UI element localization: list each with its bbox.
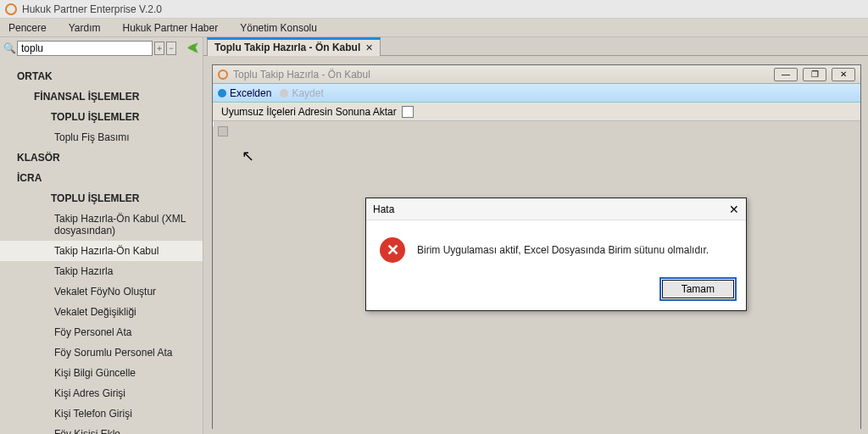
minimize-button[interactable]: — bbox=[774, 68, 798, 81]
dialog-ok-button[interactable]: Tamam bbox=[662, 280, 734, 298]
nav-tree: ORTAK FİNANSAL İŞLEMLER TOPLU İŞLEMLER T… bbox=[0, 59, 203, 434]
nav-toplu-fis[interactable]: Toplu Fiş Basımı bbox=[0, 127, 203, 147]
nav-ortak[interactable]: ORTAK bbox=[0, 66, 203, 86]
nav-klasor[interactable]: KLASÖR bbox=[0, 147, 203, 168]
options-row: Uyumsuz İlçeleri Adresin Sonuna Aktar bbox=[213, 103, 860, 121]
error-dialog: Hata ✕ ✕ Birim Uygulaması aktif, Excel D… bbox=[365, 198, 747, 311]
nav-kisi-tel[interactable]: Kişi Telefon Girişi bbox=[0, 403, 203, 424]
dialog-footer: Tamam bbox=[366, 271, 746, 310]
menu-haber[interactable]: Hukuk Partner Haber bbox=[123, 22, 219, 34]
tabbar: Toplu Takip Hazırla - Ön Kabul ✕ bbox=[203, 37, 868, 56]
dialog-title: Hata bbox=[373, 203, 729, 215]
nav-foy-personel[interactable]: Föy Personel Ata bbox=[0, 322, 203, 342]
menu-konsol[interactable]: Yönetim Konsolu bbox=[240, 22, 317, 34]
aktar-label: Uyumsuz İlçeleri Adresin Sonuna Aktar bbox=[221, 106, 397, 118]
inner-window: Toplu Takip Hazırla - Ön Kabul — ❐ ✕ Exc… bbox=[212, 64, 861, 429]
dialog-close-icon[interactable]: ✕ bbox=[729, 203, 739, 216]
blue-dot-icon bbox=[218, 89, 226, 97]
nav-toplu2[interactable]: TOPLU İŞLEMLER bbox=[0, 188, 203, 209]
nav-icra[interactable]: İCRA bbox=[0, 168, 203, 188]
nav-kisi-bilgi[interactable]: Kişi Bilgi Güncelle bbox=[0, 363, 203, 383]
kaydet-label: Kaydet bbox=[292, 87, 323, 99]
app-titlebar: Hukuk Partner Enterprise V.2.0 bbox=[0, 0, 868, 19]
nav-vekalet-deg[interactable]: Vekalet Değişikliği bbox=[0, 302, 203, 322]
tab-label: Toplu Takip Hazırla - Ön Kabul bbox=[214, 42, 360, 53]
back-arrow-icon[interactable]: ⮜ bbox=[187, 41, 199, 56]
nav-takip[interactable]: Takip Hazırla bbox=[0, 261, 203, 281]
dialog-body: ✕ Birim Uygulaması aktif, Excel Dosyasın… bbox=[366, 220, 746, 271]
inner-toolbar: Excelden Kaydet bbox=[213, 84, 860, 103]
nav-finansal[interactable]: FİNANSAL İŞLEMLER bbox=[0, 86, 203, 107]
dialog-message: Birim Uygulaması aktif, Excel Dosyasında… bbox=[417, 244, 709, 256]
aktar-checkbox[interactable] bbox=[402, 106, 414, 118]
main-area: 🔍 ＋ － ⮜ ORTAK FİNANSAL İŞLEMLER TOPLU İŞ… bbox=[0, 37, 868, 434]
nav-onkabul[interactable]: Takip Hazırla-Ön Kabul bbox=[0, 241, 203, 261]
menubar: Pencere Yardım Hukuk Partner Haber Yönet… bbox=[0, 19, 868, 37]
kaydet-button[interactable]: Kaydet bbox=[280, 87, 323, 99]
window-controls: — ❐ ✕ bbox=[774, 68, 855, 81]
dialog-titlebar: Hata ✕ bbox=[366, 198, 746, 220]
expand-button[interactable]: ＋ bbox=[154, 42, 164, 55]
gray-dot-icon bbox=[280, 89, 288, 97]
scroll-stub bbox=[218, 126, 228, 136]
app-title: Hukuk Partner Enterprise V.2.0 bbox=[22, 3, 162, 15]
left-panel: 🔍 ＋ － ⮜ ORTAK FİNANSAL İŞLEMLER TOPLU İŞ… bbox=[0, 37, 203, 434]
search-row: 🔍 ＋ － ⮜ bbox=[0, 37, 203, 59]
inner-titlebar: Toplu Takip Hazırla - Ön Kabul — ❐ ✕ bbox=[213, 65, 860, 84]
tab-close-icon[interactable]: ✕ bbox=[365, 42, 373, 53]
right-panel: Toplu Takip Hazırla - Ön Kabul ✕ Toplu T… bbox=[203, 37, 868, 434]
app-logo-icon bbox=[5, 3, 17, 15]
nav-xml[interactable]: Takip Hazırla-Ön Kabul (XML dosyasından) bbox=[0, 209, 203, 241]
maximize-button[interactable]: ❐ bbox=[803, 68, 826, 81]
excelden-button[interactable]: Excelden bbox=[218, 87, 271, 99]
menu-yardim[interactable]: Yardım bbox=[69, 22, 101, 34]
collapse-button[interactable]: － bbox=[166, 42, 176, 55]
search-input[interactable] bbox=[17, 41, 153, 56]
nav-vekalet-foyno[interactable]: Vekalet FöyNo Oluştur bbox=[0, 281, 203, 302]
error-icon: ✕ bbox=[380, 237, 405, 263]
inner-title-text: Toplu Takip Hazırla - Ön Kabul bbox=[233, 69, 774, 81]
search-icon: 🔍 bbox=[3, 42, 15, 54]
tab-onkabul[interactable]: Toplu Takip Hazırla - Ön Kabul ✕ bbox=[207, 37, 381, 56]
nav-foy-kisi[interactable]: Föy Kişisi Ekle bbox=[0, 424, 203, 434]
inner-body: ↖ Hata ✕ ✕ Birim Uygulaması aktif, Excel… bbox=[213, 126, 860, 433]
nav-toplu1[interactable]: TOPLU İŞLEMLER bbox=[0, 107, 203, 127]
menu-pencere[interactable]: Pencere bbox=[8, 22, 47, 34]
nav-kisi-adres[interactable]: Kişi Adres Girişi bbox=[0, 383, 203, 403]
cursor-icon: ↖ bbox=[242, 147, 254, 165]
close-window-button[interactable]: ✕ bbox=[832, 68, 855, 81]
inner-logo-icon bbox=[218, 70, 228, 80]
nav-foy-sorumlu[interactable]: Föy Sorumlu Personel Ata bbox=[0, 342, 203, 363]
excelden-label: Excelden bbox=[230, 87, 271, 99]
